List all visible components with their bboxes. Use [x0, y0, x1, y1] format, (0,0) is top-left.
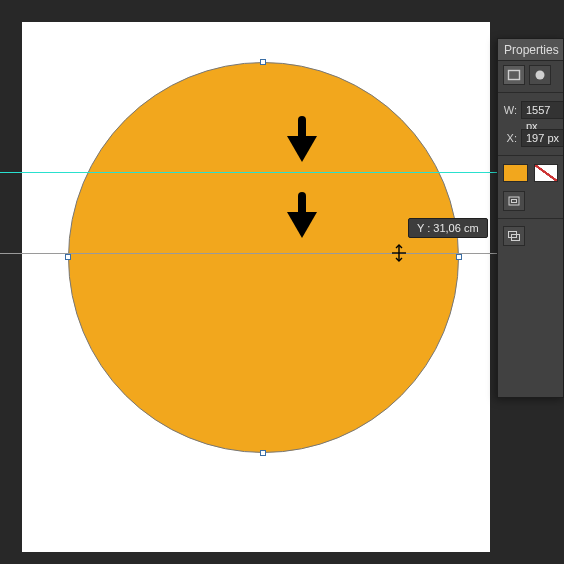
properties-panel-title: Properties — [504, 43, 559, 57]
selection-handle-e[interactable] — [456, 254, 462, 260]
align-edges-icon[interactable] — [503, 191, 525, 211]
svg-rect-2 — [509, 71, 520, 80]
width-label: W: — [503, 104, 517, 116]
mask-icon[interactable] — [529, 65, 551, 85]
properties-panel-tab[interactable]: Properties — [498, 39, 563, 61]
ellipse-shape[interactable] — [68, 62, 459, 453]
svg-point-3 — [536, 71, 545, 80]
workspace: Y : 31,06 cm Properties W: 1557 px X: 19… — [0, 0, 564, 564]
fill-swatch[interactable] — [503, 164, 528, 182]
properties-panel[interactable]: Properties W: 1557 px X: 197 px — [497, 38, 564, 398]
x-input[interactable]: 197 px — [521, 129, 564, 147]
tutorial-arrow-1 — [287, 116, 317, 162]
svg-rect-4 — [509, 197, 519, 205]
live-shape-icon[interactable] — [503, 65, 525, 85]
svg-rect-5 — [512, 200, 517, 203]
stroke-swatch[interactable] — [534, 164, 559, 182]
extra-panel-icon[interactable] — [503, 226, 525, 246]
guide-horizontal-active[interactable] — [0, 253, 564, 254]
guide-position-value: Y : 31,06 cm — [417, 222, 479, 234]
selection-handle-n[interactable] — [260, 59, 266, 65]
x-label: X: — [503, 132, 517, 144]
selection-handle-w[interactable] — [65, 254, 71, 260]
width-input[interactable]: 1557 px — [521, 101, 564, 119]
guide-position-tooltip: Y : 31,06 cm — [408, 218, 488, 238]
selection-handle-s[interactable] — [260, 450, 266, 456]
tutorial-arrow-2 — [287, 192, 317, 238]
guide-horizontal-cyan[interactable] — [0, 172, 564, 173]
